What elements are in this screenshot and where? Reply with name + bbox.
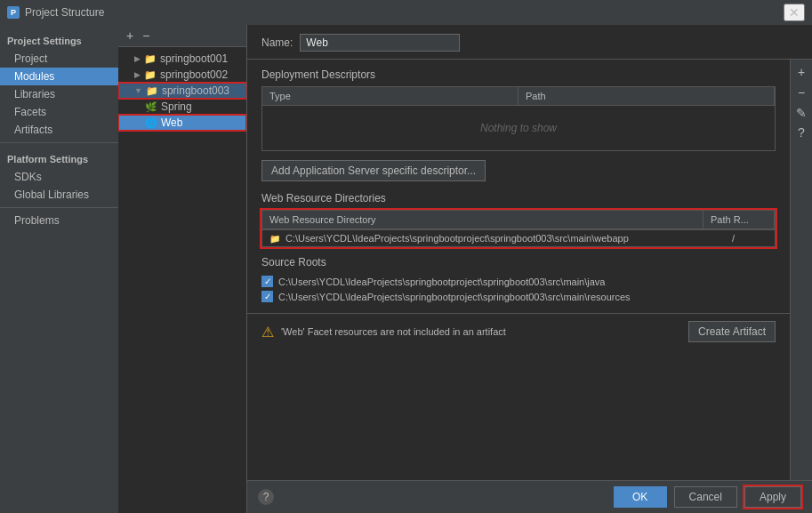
bottom-left: ?	[258, 489, 274, 505]
sidebar-item-modules[interactable]: Modules	[0, 68, 118, 85]
tree-toolbar: + −	[118, 25, 246, 47]
side-actions: + − ✎ ?	[790, 60, 812, 480]
resource-relative-path: /	[732, 233, 768, 244]
tree-label-sb001: springboot001	[160, 52, 228, 65]
sidebar-item-global-libraries[interactable]: Global Libraries	[0, 186, 118, 204]
remove-resource-button[interactable]: −	[792, 84, 810, 102]
add-resource-button[interactable]: +	[792, 63, 810, 82]
source-root-row-0: ✓ C:\Users\YCDL\IdeaProjects\springbootp…	[261, 274, 776, 289]
web-resource-row[interactable]: 📁 C:\Users\YCDL\IdeaProjects\springbootp…	[262, 229, 775, 246]
name-input[interactable]	[300, 34, 460, 52]
sidebar-item-sdks[interactable]: SDKs	[0, 168, 118, 186]
web-resource-section: Web Resource Directories Web Resource Di…	[261, 192, 776, 247]
tree-item-web[interactable]: 🌐 Web	[118, 115, 246, 131]
expand-icon-sb003: ▼	[134, 86, 142, 95]
app-icon: P	[7, 6, 20, 19]
resources-source-path: C:\Users\YCDL\IdeaProjects\springbootpro…	[278, 292, 631, 302]
deployment-descriptors-title: Deployment Descriptors	[261, 68, 776, 81]
path-column-header: Path	[519, 87, 775, 105]
tree-label-sb003: springboot003	[162, 84, 229, 97]
web-resource-header: Web Resource Directory Path R...	[262, 211, 775, 229]
apply-button[interactable]: Apply	[744, 486, 801, 508]
sidebar-item-project[interactable]: Project	[0, 50, 118, 68]
source-root-row-1: ✓ C:\Users\YCDL\IdeaProjects\springbootp…	[261, 289, 776, 304]
source-roots-section: Source Roots ✓ C:\Users\YCDL\IdeaProject…	[261, 256, 776, 304]
warning-bar: ⚠ 'Web' Facet resources are not included…	[247, 313, 790, 349]
content-header: Name:	[247, 25, 812, 60]
cancel-button[interactable]: Cancel	[674, 486, 737, 508]
folder-icon-sb002: 📁	[144, 69, 157, 81]
window-title: Project Structure	[25, 6, 104, 19]
add-module-button[interactable]: +	[124, 28, 136, 43]
tree-item-sb001[interactable]: ▶ 📁 springboot001	[118, 51, 246, 67]
warning-icon: ⚠	[261, 324, 274, 341]
checkbox-resources[interactable]: ✓	[261, 291, 273, 302]
java-source-path: C:\Users\YCDL\IdeaProjects\springbootpro…	[278, 277, 605, 287]
project-settings-title: Project Settings	[0, 28, 118, 50]
module-tree-panel: + − ▶ 📁 springboot001 ▶ 📁 springboot002 …	[118, 25, 247, 513]
folder-icon-sb003: 📁	[146, 85, 158, 97]
deployment-table-body: Nothing to show	[262, 106, 775, 150]
close-button[interactable]: ✕	[784, 4, 805, 21]
edit-resource-button[interactable]: ✎	[792, 104, 810, 123]
sidebar-divider-2	[0, 207, 118, 208]
deployment-table-header: Type Path	[262, 87, 775, 106]
main-content: Deployment Descriptors Type Path Nothing…	[247, 60, 790, 480]
sidebar: Project Settings Project Modules Librari…	[0, 25, 118, 513]
tree-label-spring: Spring	[161, 100, 192, 113]
tree-label-sb002: springboot002	[160, 68, 228, 81]
sidebar-item-facets[interactable]: Facets	[0, 103, 118, 121]
module-tree: ▶ 📁 springboot001 ▶ 📁 springboot002 ▼ 📁 …	[118, 47, 246, 513]
add-descriptor-button[interactable]: Add Application Server specific descript…	[261, 160, 486, 181]
content-with-side: Deployment Descriptors Type Path Nothing…	[247, 60, 812, 480]
type-column-header: Type	[262, 87, 519, 105]
create-artifact-button[interactable]: Create Artifact	[688, 321, 776, 342]
web-dir-column: Web Resource Directory	[262, 211, 703, 228]
checkbox-java[interactable]: ✓	[261, 276, 273, 287]
sidebar-item-artifacts[interactable]: Artifacts	[0, 121, 118, 139]
deployment-descriptors-table: Type Path Nothing to show	[261, 86, 776, 151]
tree-item-sb002[interactable]: ▶ 📁 springboot002	[118, 67, 246, 83]
empty-text: Nothing to show	[480, 122, 557, 134]
tree-item-sb003[interactable]: ▼ 📁 springboot003	[118, 83, 246, 99]
expand-icon-sb002: ▶	[134, 70, 141, 79]
content-body: Deployment Descriptors Type Path Nothing…	[247, 60, 790, 313]
remove-module-button[interactable]: −	[140, 28, 152, 43]
sidebar-divider	[0, 142, 118, 143]
web-resource-title: Web Resource Directories	[261, 192, 776, 204]
spring-icon: 🌿	[145, 101, 157, 113]
path-rel-column: Path R...	[703, 211, 775, 228]
name-label: Name:	[261, 36, 293, 49]
help-button[interactable]: ?	[258, 489, 274, 505]
content-panel: Name: Deployment Descriptors Type Path N…	[247, 25, 812, 513]
title-bar: P Project Structure ✕	[0, 0, 812, 25]
platform-settings-title: Platform Settings	[0, 147, 118, 168]
ok-button[interactable]: OK	[614, 486, 667, 508]
web-resource-table: Web Resource Directory Path R... 📁 C:\Us…	[261, 210, 776, 247]
resource-folder-icon: 📁	[269, 234, 280, 244]
source-roots-title: Source Roots	[261, 256, 776, 269]
resource-directory-path: C:\Users\YCDL\IdeaProjects\springbootpro…	[285, 233, 727, 244]
sidebar-item-problems[interactable]: Problems	[0, 212, 118, 229]
tree-label-web: Web	[161, 116, 182, 129]
tree-item-spring[interactable]: 🌿 Spring	[118, 99, 246, 115]
bottom-bar: ? OK Cancel Apply	[247, 480, 812, 513]
web-icon: 🌐	[145, 117, 157, 129]
warning-text: 'Web' Facet resources are not included i…	[281, 326, 681, 337]
expand-icon-sb001: ▶	[134, 54, 141, 63]
help-resource-button[interactable]: ?	[792, 124, 810, 142]
sidebar-item-libraries[interactable]: Libraries	[0, 85, 118, 103]
folder-icon-sb001: 📁	[144, 53, 157, 65]
